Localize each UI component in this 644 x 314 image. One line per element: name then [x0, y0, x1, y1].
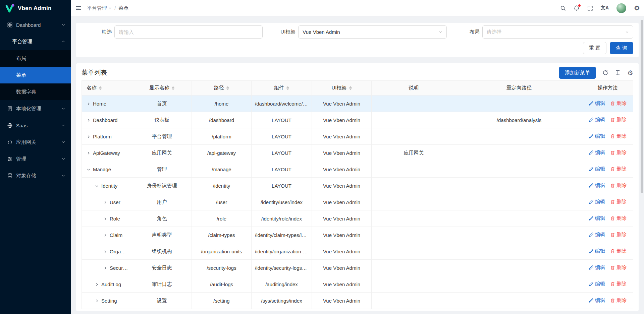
breadcrumb-item-platform[interactable]: 平台管理 — [87, 5, 112, 11]
sidebar-item-saas[interactable]: Saas — [0, 117, 71, 134]
row-path: /home — [215, 101, 229, 107]
sidebar-item-data-dictionary[interactable]: 数据字典 — [0, 83, 71, 100]
edit-button[interactable]: 编辑 — [589, 281, 605, 287]
edit-button[interactable]: 编辑 — [589, 100, 605, 107]
table-row[interactable]: Manage管理/manageLAYOUTVue Vben Admin编辑删除 — [82, 161, 633, 178]
row-height-icon[interactable] — [615, 70, 621, 76]
translate-icon[interactable]: 文A — [601, 5, 609, 11]
header-actions: 文A ⚙ — [560, 3, 640, 13]
edit-button[interactable]: 编辑 — [589, 264, 605, 271]
sidebar-item-localization[interactable]: 本地化管理 — [0, 100, 71, 117]
delete-button[interactable]: 删除 — [610, 232, 627, 238]
column-header-name[interactable]: 名称 — [82, 81, 132, 96]
delete-button[interactable]: 删除 — [610, 199, 627, 205]
edit-button[interactable]: 编辑 — [589, 215, 605, 222]
vertical-scrollbar[interactable] — [640, 16, 644, 314]
row-framework: Vue Vben Admin — [323, 134, 360, 139]
table-row[interactable]: Claim声明类型/claim-types/identity/claim-typ… — [82, 227, 633, 243]
delete-button[interactable]: 删除 — [610, 215, 627, 222]
table-row[interactable]: Role角色/role/identity/role/indexVue Vben … — [82, 210, 633, 227]
chevron-down-icon — [61, 174, 65, 178]
edit-label: 编辑 — [595, 182, 605, 189]
search-icon[interactable] — [560, 5, 566, 11]
delete-label: 删除 — [616, 149, 627, 156]
table-row[interactable]: Home首页/home/dashboard/welcome/in...Vue V… — [82, 96, 633, 112]
sidebar-item-platform-management[interactable]: 平台管理 — [0, 33, 71, 50]
table-row[interactable]: User用户/user/identity/user/indexVue Vben … — [82, 194, 633, 210]
notification-dot — [578, 4, 581, 7]
column-header-display_name[interactable]: 显示名称 — [132, 81, 192, 96]
edit-button[interactable]: 编辑 — [589, 248, 605, 254]
edit-button[interactable]: 编辑 — [589, 199, 605, 205]
delete-button[interactable]: 删除 — [610, 182, 627, 189]
table-row[interactable]: Security...安全日志/security-logs/identity/s… — [82, 260, 633, 276]
table-row[interactable]: Dashboard仪表板/dashboardLAYOUTVue Vben Adm… — [82, 112, 633, 128]
sidebar-item-layout[interactable]: 布局 — [0, 50, 71, 67]
add-menu-button[interactable]: 添加新菜单 — [559, 67, 596, 79]
sidebar-item-dashboard[interactable]: Dashboard — [0, 16, 71, 33]
sidebar-item-object-storage[interactable]: 对象存储 — [0, 167, 71, 184]
row-collapse-toggle[interactable] — [87, 168, 91, 172]
scrollbar-thumb[interactable] — [641, 20, 643, 193]
row-expand-toggle[interactable] — [95, 282, 99, 287]
delete-button[interactable]: 删除 — [610, 133, 627, 139]
table-row[interactable]: Platform平台管理/platformLAYOUTVue Vben Admi… — [82, 128, 633, 145]
notification-bell-icon[interactable] — [574, 5, 580, 11]
row-expand-toggle[interactable] — [103, 233, 107, 237]
layout-select[interactable]: 请选择 — [482, 25, 633, 39]
row-expand-toggle[interactable] — [95, 299, 99, 303]
row-expand-toggle[interactable] — [103, 266, 107, 270]
logo-icon — [5, 3, 15, 13]
delete-button[interactable]: 删除 — [610, 297, 627, 304]
delete-button[interactable]: 删除 — [610, 264, 627, 271]
edit-button[interactable]: 编辑 — [589, 133, 605, 139]
delete-button[interactable]: 删除 — [610, 149, 627, 156]
table-row[interactable]: Identity身份标识管理/identityLAYOUTVue Vben Ad… — [82, 178, 633, 194]
row-expand-toggle[interactable] — [103, 217, 107, 221]
row-component: /identity/claim-types/in... — [255, 232, 309, 238]
row-expand-toggle[interactable] — [87, 151, 91, 155]
delete-button[interactable]: 删除 — [610, 248, 627, 254]
refresh-icon[interactable] — [602, 70, 608, 76]
delete-button[interactable]: 删除 — [610, 117, 627, 123]
keyword-input[interactable] — [114, 25, 263, 39]
delete-button[interactable]: 删除 — [610, 166, 627, 172]
column-header-framework[interactable]: UI框架 — [312, 81, 372, 96]
fullscreen-icon[interactable] — [587, 5, 593, 11]
row-expand-toggle[interactable] — [103, 200, 107, 204]
column-header-path[interactable]: 路径 — [192, 81, 252, 96]
column-header-component[interactable]: 组件 — [252, 81, 312, 96]
edit-label: 编辑 — [595, 232, 605, 238]
row-name: Home — [93, 101, 106, 107]
search-button[interactable]: 查 询 — [610, 42, 633, 54]
row-expand-toggle[interactable] — [87, 102, 91, 106]
sidebar-item-manage[interactable]: 管理 — [0, 150, 71, 167]
table-row[interactable]: ApiGateway应用网关/api-gatewayLAYOUTVue Vben… — [82, 145, 633, 161]
delete-button[interactable]: 删除 — [610, 100, 627, 107]
chevron-down-icon — [61, 157, 65, 161]
settings-gear-icon[interactable]: ⚙ — [634, 5, 640, 11]
delete-button[interactable]: 删除 — [610, 281, 627, 287]
edit-button[interactable]: 编辑 — [589, 232, 605, 238]
row-expand-toggle[interactable] — [87, 135, 91, 139]
edit-button[interactable]: 编辑 — [589, 297, 605, 304]
edit-button[interactable]: 编辑 — [589, 166, 605, 172]
table-row[interactable]: Organiz...组织机构/organization-units/identi… — [82, 243, 633, 260]
table-row[interactable]: AuditLog审计日志/audit-logs/auditing/indexVu… — [82, 276, 633, 293]
table-row[interactable]: Setting设置/setting/sys/settings/indexVue … — [82, 293, 633, 309]
sidebar-item-menu[interactable]: 菜单 — [0, 67, 71, 83]
edit-button[interactable]: 编辑 — [589, 182, 605, 189]
menu-fold-icon[interactable] — [75, 5, 82, 11]
row-collapse-toggle[interactable] — [95, 184, 99, 188]
app-logo[interactable]: Vben Admin — [0, 0, 71, 16]
sidebar-item-api-gateway[interactable]: 应用网关 — [0, 134, 71, 150]
row-expand-toggle[interactable] — [87, 118, 91, 122]
user-avatar[interactable] — [616, 3, 626, 13]
row-expand-toggle[interactable] — [103, 250, 107, 254]
ui-framework-select[interactable]: Vue Vben Admin — [298, 25, 446, 39]
edit-button[interactable]: 编辑 — [589, 117, 605, 123]
table-settings-gear-icon[interactable]: ⚙ — [627, 69, 633, 76]
edit-button[interactable]: 编辑 — [589, 149, 605, 156]
row-framework: Vue Vben Admin — [323, 101, 360, 107]
reset-button[interactable]: 重 置 — [583, 42, 606, 54]
